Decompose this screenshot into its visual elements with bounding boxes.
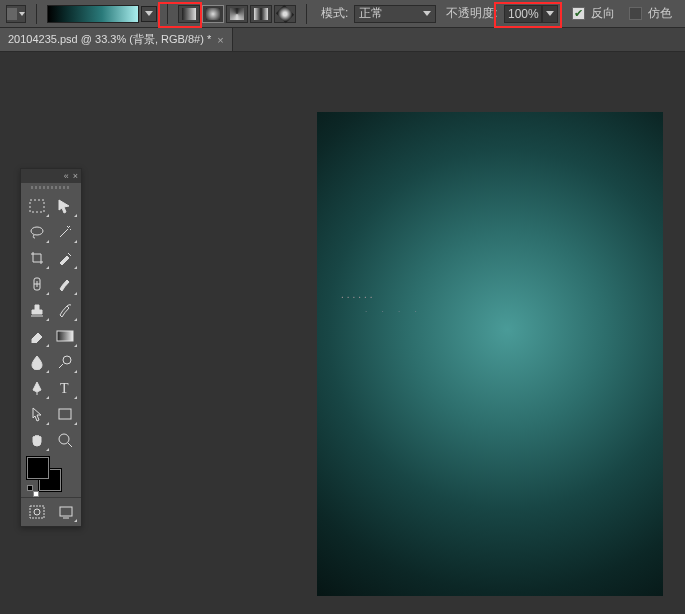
canvas-area: ...... . . . .: [0, 52, 685, 614]
tool-preset-picker[interactable]: [6, 5, 26, 23]
eraser-tool[interactable]: [23, 323, 51, 349]
tools-footer: [21, 497, 81, 526]
document-tab[interactable]: 20104235.psd @ 33.3% (背景, RGB/8#) * ×: [0, 28, 233, 51]
opacity-label: 不透明度:: [446, 5, 497, 22]
tools-panel: « × T: [20, 168, 82, 527]
crop-tool[interactable]: [23, 245, 51, 271]
reverse-label: 反向: [591, 5, 615, 22]
gradient-diamond[interactable]: [274, 5, 296, 23]
svg-rect-0: [30, 200, 44, 212]
default-colors-icon[interactable]: [27, 485, 39, 497]
mode-label: 模式:: [321, 5, 348, 22]
svg-rect-3: [57, 331, 73, 341]
path-selection-tool[interactable]: [23, 401, 51, 427]
blend-mode-value: 正常: [359, 5, 383, 22]
svg-point-7: [59, 434, 69, 444]
check-icon: ✔: [574, 8, 583, 19]
dodge-tool[interactable]: [51, 349, 79, 375]
hand-tool[interactable]: [23, 427, 51, 453]
document-canvas[interactable]: ...... . . . .: [317, 112, 663, 596]
gradient-angle[interactable]: [226, 5, 248, 23]
close-icon[interactable]: ×: [73, 171, 78, 181]
svg-point-1: [31, 227, 43, 235]
svg-rect-6: [59, 409, 71, 419]
opacity-input[interactable]: 100%: [504, 5, 542, 23]
svg-point-4: [63, 356, 71, 364]
gradient-tool[interactable]: [51, 323, 79, 349]
opacity-dropdown[interactable]: [542, 5, 558, 23]
pen-tool[interactable]: [23, 375, 51, 401]
marquee-tool[interactable]: [23, 193, 51, 219]
reverse-checkbox[interactable]: ✔: [572, 7, 585, 20]
screen-mode-toggle[interactable]: [52, 500, 79, 524]
canvas-decor-text-2: . . . .: [365, 304, 423, 314]
foreground-color-swatch[interactable]: [27, 457, 49, 479]
svg-point-9: [34, 509, 40, 515]
zoom-tool[interactable]: [51, 427, 79, 453]
stamp-tool[interactable]: [23, 297, 51, 323]
dither-checkbox[interactable]: [629, 7, 642, 20]
tools-panel-header[interactable]: « ×: [21, 169, 81, 183]
collapse-icon[interactable]: «: [64, 171, 69, 181]
type-tool[interactable]: T: [51, 375, 79, 401]
color-swatches: [21, 455, 81, 497]
lasso-tool[interactable]: [23, 219, 51, 245]
magic-wand-tool[interactable]: [51, 219, 79, 245]
blend-mode-select[interactable]: 正常: [354, 5, 436, 23]
document-tab-title: 20104235.psd @ 33.3% (背景, RGB/8#) *: [8, 32, 211, 47]
shape-tool[interactable]: [51, 401, 79, 427]
dither-label: 仿色: [648, 5, 672, 22]
gradient-linear[interactable]: [178, 5, 200, 23]
document-tab-bar: 20104235.psd @ 33.3% (背景, RGB/8#) * ×: [0, 28, 685, 52]
close-icon[interactable]: ×: [217, 34, 223, 46]
gradient-radial[interactable]: [202, 5, 224, 23]
history-brush-tool[interactable]: [51, 297, 79, 323]
quick-mask-toggle[interactable]: [23, 500, 50, 524]
chevron-down-icon: [423, 11, 431, 16]
move-tool[interactable]: [51, 193, 79, 219]
svg-rect-10: [60, 507, 72, 516]
tools-grid: T: [21, 191, 81, 455]
brush-tool[interactable]: [51, 271, 79, 297]
gradient-type-group: [178, 5, 296, 23]
gradient-dropdown[interactable]: [141, 6, 157, 22]
svg-rect-8: [30, 506, 44, 518]
gradient-picker[interactable]: [47, 5, 139, 23]
tools-panel-grip[interactable]: [21, 183, 81, 191]
blur-tool[interactable]: [23, 349, 51, 375]
healing-brush-tool[interactable]: [23, 271, 51, 297]
gradient-reflected[interactable]: [250, 5, 272, 23]
svg-text:T: T: [60, 381, 69, 396]
eyedropper-tool[interactable]: [51, 245, 79, 271]
options-bar: 模式: 正常 不透明度: 100% ✔ 反向 仿色: [0, 0, 685, 28]
canvas-decor-text-1: ......: [341, 288, 376, 300]
